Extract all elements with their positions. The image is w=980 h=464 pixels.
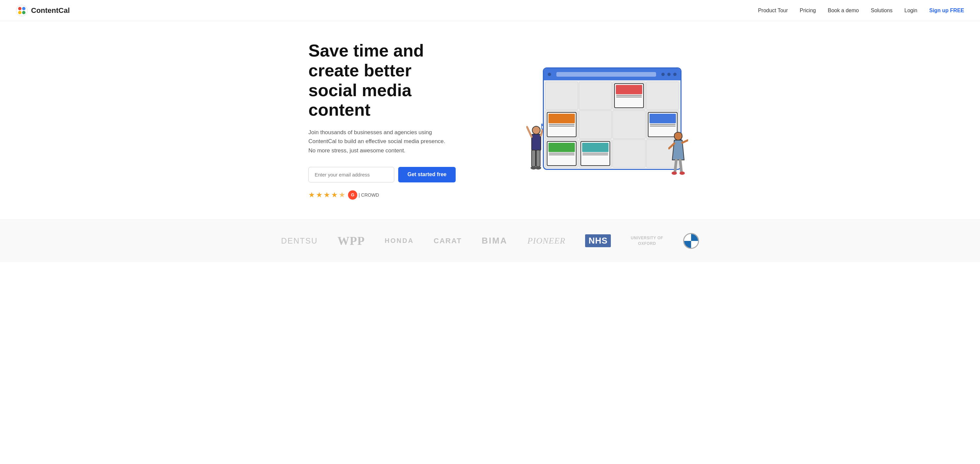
- navbar: ContentCal Product Tour Pricing Book a d…: [0, 0, 980, 21]
- nav-pricing[interactable]: Pricing: [800, 8, 816, 13]
- browser-url: [556, 72, 656, 77]
- email-input[interactable]: [309, 167, 394, 182]
- svg-rect-6: [531, 134, 541, 151]
- grid-cell-9: [545, 139, 578, 167]
- person-right-icon: [668, 130, 688, 177]
- g2-badge: G | CROWD: [348, 190, 379, 199]
- logo-nhs: NHS: [585, 234, 611, 247]
- svg-point-0: [16, 5, 27, 16]
- grid-cell-2: [579, 81, 612, 110]
- browser-dot-3: [667, 73, 671, 76]
- svg-point-14: [535, 166, 541, 169]
- card-line-3: [549, 124, 574, 125]
- star-3: ★: [324, 191, 330, 199]
- hero-illustration: [526, 61, 698, 180]
- g2-logo-icon: G: [348, 190, 357, 199]
- logo-wpp: WPP: [337, 234, 365, 248]
- grid-cell-11: [612, 139, 646, 167]
- card-line-2: [616, 97, 642, 97]
- card-line-10: [582, 154, 608, 155]
- card-orange: [547, 112, 576, 137]
- g2-label: | CROWD: [359, 192, 379, 198]
- hero-content: Save time and create better social media…: [309, 41, 460, 199]
- bmw-q4: [691, 241, 698, 248]
- hero-rating: ★ ★ ★ ★ ★ G | CROWD: [309, 190, 460, 199]
- nav-product-tour[interactable]: Product Tour: [758, 8, 788, 13]
- card-line-9: [582, 153, 608, 154]
- card-red: [614, 83, 644, 108]
- svg-rect-11: [531, 150, 536, 167]
- nav-links: Product Tour Pricing Book a demo Solutio…: [758, 8, 964, 14]
- svg-line-17: [682, 140, 688, 143]
- nav-signup[interactable]: Sign up FREE: [929, 8, 964, 13]
- card-line-4: [549, 126, 574, 127]
- grid-cell-10: [579, 139, 612, 167]
- svg-point-2: [22, 7, 25, 10]
- star-4: ★: [331, 191, 338, 199]
- sketch-browser: [543, 67, 681, 170]
- browser-dot-1: [548, 73, 551, 76]
- browser-dot-2: [661, 73, 665, 76]
- svg-point-4: [22, 11, 25, 14]
- card-line-8: [549, 154, 574, 155]
- cta-button[interactable]: Get started free: [398, 167, 456, 182]
- svg-point-20: [671, 172, 677, 175]
- logo-carat: CARAT: [434, 237, 461, 245]
- logo-dentsu: dentsu: [281, 236, 318, 246]
- bmw-inner: [684, 234, 698, 248]
- grid-cell-3: [612, 81, 646, 110]
- logos-row: dentsu WPP HONDA CARAT BIMA Pioneer NHS …: [20, 233, 960, 249]
- logo-bima: BIMA: [482, 236, 508, 246]
- contentcal-logo-icon: [16, 5, 28, 16]
- grid-cell-5: [545, 110, 578, 139]
- grid-cell-4: [646, 81, 679, 110]
- card-line-5: [650, 124, 676, 125]
- card-teal-img: [582, 143, 609, 152]
- card-red-img: [616, 85, 642, 94]
- nav-solutions[interactable]: Solutions: [871, 8, 892, 13]
- svg-line-19: [680, 160, 681, 172]
- card-line-1: [616, 95, 642, 96]
- logo-bmw: [683, 233, 699, 249]
- card-green-img: [549, 143, 575, 152]
- card-orange-img: [549, 114, 575, 123]
- browser-dot-4: [673, 73, 676, 76]
- hero-subtext: Join thousands of businesses and agencie…: [309, 128, 447, 155]
- logos-section: dentsu WPP HONDA CARAT BIMA Pioneer NHS …: [0, 220, 980, 262]
- logo-oxford: UNIVERSITY OFOXFORD: [631, 235, 663, 247]
- card-line-7: [549, 153, 574, 154]
- calendar-grid: [544, 80, 681, 169]
- nav-book-demo[interactable]: Book a demo: [828, 8, 859, 13]
- card-green: [547, 141, 576, 166]
- hero-section: Save time and create better social media…: [242, 21, 738, 220]
- svg-point-1: [18, 7, 21, 10]
- svg-line-18: [675, 160, 676, 172]
- star-1: ★: [309, 191, 315, 199]
- star-half: ★: [339, 191, 345, 199]
- brand-logo[interactable]: ContentCal: [16, 5, 70, 16]
- calendar-sketch: [526, 61, 685, 180]
- grid-cell-6: [579, 110, 612, 139]
- bmw-q3: [684, 241, 691, 248]
- card-teal: [581, 141, 610, 166]
- svg-rect-12: [536, 150, 540, 167]
- hero-form: Get started free: [309, 167, 460, 182]
- svg-point-5: [532, 126, 540, 134]
- grid-cell-7: [612, 110, 646, 139]
- grid-cell-1: [545, 81, 578, 110]
- svg-line-7: [527, 127, 531, 137]
- svg-point-3: [18, 11, 21, 14]
- bmw-q2: [691, 234, 698, 241]
- star-2: ★: [316, 191, 323, 199]
- card-line-6: [650, 126, 676, 127]
- card-blue-img: [649, 114, 676, 123]
- nav-login[interactable]: Login: [904, 8, 917, 13]
- svg-point-21: [679, 172, 685, 175]
- logo-honda: HONDA: [385, 237, 414, 244]
- browser-bar: [544, 69, 681, 80]
- hero-heading: Save time and create better social media…: [309, 41, 460, 120]
- bmw-q1: [684, 234, 691, 241]
- brand-name: ContentCal: [31, 6, 70, 15]
- star-rating: ★ ★ ★ ★ ★: [309, 191, 345, 199]
- logo-pioneer: Pioneer: [527, 236, 565, 246]
